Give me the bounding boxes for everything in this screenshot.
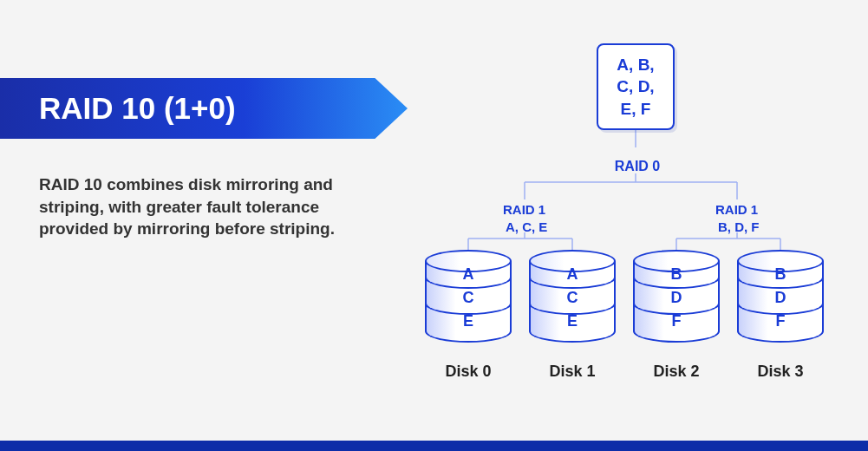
raid1-left-label: RAID 1 xyxy=(503,202,545,217)
page-title: RAID 10 (1+0) xyxy=(39,91,236,126)
disk-column: B D F Disk 2 xyxy=(633,250,720,381)
block-label: F xyxy=(776,312,786,330)
block-label: B xyxy=(671,265,682,284)
block-label: B xyxy=(775,265,786,284)
block-label: C xyxy=(463,289,474,307)
block-label: A xyxy=(463,265,474,284)
disk-name: Disk 3 xyxy=(737,363,824,381)
disk-cylinder-icon: B D F xyxy=(633,250,720,354)
diagram-description: RAID 10 combines disk mirroring and stri… xyxy=(39,173,360,240)
block-label: D xyxy=(775,289,786,307)
data-set-box: A, B, C, D, E, F xyxy=(597,43,675,130)
group-left-data: A, C, E xyxy=(506,219,547,234)
disk-cylinder-icon: A C E xyxy=(529,250,616,354)
disk-column: B D F Disk 3 xyxy=(737,250,824,381)
raid1-right-label: RAID 1 xyxy=(715,202,758,217)
disk-name: Disk 2 xyxy=(633,363,720,381)
disk-cylinder-icon: A C E xyxy=(425,250,512,354)
disk-row: A C E Disk 0 A C E Disk 1 xyxy=(425,250,824,381)
disk-cylinder-icon: B D F xyxy=(737,250,824,354)
raid0-label: RAID 0 xyxy=(425,159,850,174)
group-right-data: B, D, F xyxy=(718,219,760,234)
data-set-line: A, B, xyxy=(617,54,654,76)
data-set-line: E, F xyxy=(621,98,651,121)
block-label: A xyxy=(567,265,578,284)
title-banner: RAID 10 (1+0) xyxy=(0,78,408,139)
data-set-line: C, D, xyxy=(617,75,654,98)
block-label: E xyxy=(463,312,473,330)
block-label: F xyxy=(672,312,682,330)
disk-column: A C E Disk 1 xyxy=(529,250,616,381)
block-label: C xyxy=(567,289,578,307)
block-label: E xyxy=(567,312,578,330)
block-label: D xyxy=(671,289,682,307)
raid-diagram: A, B, C, D, E, F RAID 0 RAID 1 RAID 1 A,… xyxy=(425,43,850,408)
disk-name: Disk 0 xyxy=(425,363,512,381)
footer-accent-bar xyxy=(0,441,868,451)
disk-column: A C E Disk 0 xyxy=(425,250,512,381)
disk-name: Disk 1 xyxy=(529,363,616,381)
